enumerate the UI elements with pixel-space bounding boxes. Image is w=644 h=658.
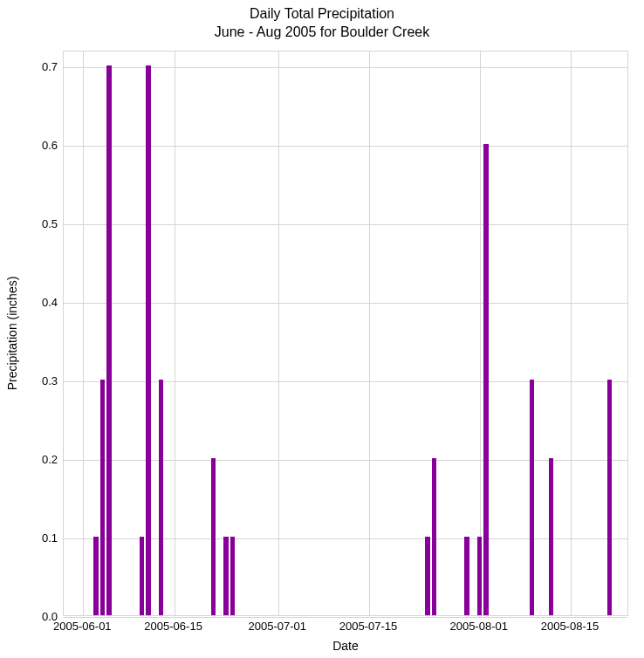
y-tick-label: 0.4	[42, 296, 58, 309]
chart-title: Daily Total Precipitation	[0, 5, 644, 24]
plot-area	[63, 51, 628, 616]
x-gridline	[571, 51, 572, 615]
x-gridline	[83, 51, 84, 615]
chart-title-group: Daily Total Precipitation June - Aug 200…	[0, 5, 644, 42]
y-tick-label: 0.6	[42, 139, 58, 152]
precipitation-bar	[223, 537, 229, 615]
precipitation-bar	[140, 537, 145, 615]
precipitation-bar	[464, 537, 469, 615]
precipitation-bar	[211, 458, 216, 615]
x-tick-label: 2005-07-01	[249, 620, 307, 633]
precipitation-bar	[93, 537, 99, 615]
x-tick-label: 2005-08-15	[541, 620, 599, 633]
y-gridline	[64, 617, 627, 618]
y-tick-label: 0.3	[42, 374, 58, 387]
precipitation-bar	[477, 537, 483, 615]
precipitation-bar	[607, 380, 613, 615]
precipitation-bar	[425, 537, 430, 615]
precipitation-bar	[146, 65, 151, 615]
x-gridline	[369, 51, 370, 615]
x-tick-label: 2005-07-15	[339, 620, 398, 633]
precipitation-bar	[230, 537, 236, 615]
x-tick-label: 2005-08-01	[449, 620, 508, 633]
y-tick-label: 0.1	[42, 531, 58, 545]
y-axis-label: Precipitation (inches)	[5, 277, 19, 391]
x-tick-label: 2005-06-01	[53, 620, 112, 633]
precipitation-bar	[159, 380, 164, 615]
precipitation-bar	[549, 458, 554, 615]
chart-subtitle: June - Aug 2005 for Boulder Creek	[0, 24, 644, 42]
precipitation-bar-chart: Daily Total Precipitation June - Aug 200…	[0, 0, 644, 658]
y-tick-label: 0.7	[42, 60, 58, 73]
y-tick-label: 0.5	[42, 217, 58, 230]
precipitation-bar	[432, 458, 437, 615]
precipitation-bar	[100, 380, 106, 615]
x-gridline	[278, 51, 279, 615]
x-gridline	[480, 51, 481, 615]
y-tick-label: 0.2	[42, 453, 58, 466]
x-tick-label: 2005-06-15	[144, 620, 202, 633]
x-axis-label: Date	[332, 639, 359, 653]
precipitation-bar	[530, 380, 535, 615]
precipitation-bar	[483, 144, 489, 615]
x-gridline	[175, 51, 175, 615]
precipitation-bar	[106, 65, 112, 615]
